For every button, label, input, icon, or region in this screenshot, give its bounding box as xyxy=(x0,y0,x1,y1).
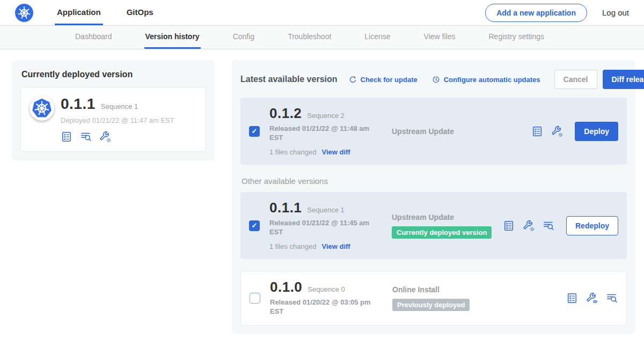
logout-link[interactable]: Log out xyxy=(602,8,629,17)
version-history-panel: Latest available version Check for updat… xyxy=(232,60,635,334)
redeploy-button[interactable]: Redeploy xyxy=(566,216,618,235)
version-status: Upstream Update xyxy=(392,127,531,136)
preflight-checks-icon[interactable] xyxy=(61,131,72,143)
check-for-update-link[interactable]: Check for update xyxy=(348,75,418,84)
configure-updates-label: Configure automatic updates xyxy=(444,76,540,84)
released-timestamp: Released 01/21/22 @ 11:45 amEST xyxy=(269,219,392,237)
version-source-label: Online Install xyxy=(392,285,561,294)
version-source-label: Upstream Update xyxy=(392,127,526,136)
add-application-button[interactable]: Add a new application xyxy=(485,4,587,22)
diff-releases-button[interactable]: Diff releases xyxy=(603,70,644,89)
tab-gitops-label: GitOps xyxy=(127,8,153,17)
check-update-icon xyxy=(348,75,357,84)
subnav-label: Version history xyxy=(145,32,200,41)
version-info: 0.1.2 Sequence 2 Released 01/21/22 @ 11:… xyxy=(269,106,392,156)
version-checkbox[interactable] xyxy=(250,293,260,304)
files-changed-label: 1 files changed xyxy=(269,242,316,250)
version-number: 0.1.0 xyxy=(270,280,302,294)
subnav-item-version-history[interactable]: Version history xyxy=(144,26,201,49)
released-timestamp: Released 01/20/22 @ 03:05 pmEST xyxy=(270,298,392,316)
version-row-0.1.2: ✓ 0.1.2 Sequence 2 Released 01/21/22 @ 1… xyxy=(240,98,627,165)
edit-config-icon[interactable] xyxy=(523,220,535,232)
version-info: 0.1.0 Sequence 0 Released 01/20/22 @ 03:… xyxy=(270,280,392,316)
check-icon: ✓ xyxy=(252,127,258,135)
deployed-version-card: 0.1.1 Sequence 1 Deployed 01/21/22 @ 11:… xyxy=(20,87,206,152)
version-status: Online Install Previously deployed xyxy=(392,285,566,311)
version-sequence: Sequence 0 xyxy=(308,285,345,293)
preflight-checks-icon[interactable] xyxy=(503,220,515,232)
version-number: 0.1.1 xyxy=(269,201,302,215)
subnav-item-config[interactable]: Config xyxy=(232,26,255,49)
kubernetes-logo-icon[interactable] xyxy=(15,4,33,22)
latest-version-title: Latest available version xyxy=(240,75,338,84)
version-number: 0.1.2 xyxy=(269,106,302,121)
top-nav: Application GitOps Add a new application… xyxy=(0,0,644,26)
version-source-label: Upstream Update xyxy=(392,213,497,221)
subnav-item-dashboard[interactable]: Dashboard xyxy=(74,26,113,49)
version-checkbox[interactable]: ✓ xyxy=(249,220,260,231)
view-logs-icon[interactable] xyxy=(80,131,92,143)
version-checkbox[interactable]: ✓ xyxy=(249,126,260,137)
view-logs-icon[interactable] xyxy=(606,292,618,304)
tab-application[interactable]: Application xyxy=(55,0,103,25)
deployed-sequence: Sequence 1 xyxy=(101,102,138,110)
currently-deployed-panel: Currently deployed version 0.1.1 Sequenc… xyxy=(12,60,215,160)
version-status: Upstream Update Currently deployed versi… xyxy=(392,213,503,239)
version-actions: Deploy xyxy=(531,122,618,141)
released-timestamp: Released 01/21/22 @ 11:48 amEST xyxy=(269,124,392,143)
app-logo xyxy=(30,96,54,121)
kubernetes-app-icon xyxy=(31,98,53,119)
subnav-label: Config xyxy=(233,32,254,41)
view-logs-icon[interactable] xyxy=(543,220,554,232)
deployed-version-number: 0.1.1 xyxy=(61,96,96,112)
app-subnav: Dashboard Version history Config Trouble… xyxy=(0,26,644,49)
subnav-label: Registry settings xyxy=(488,32,544,41)
view-config-icon[interactable] xyxy=(586,292,598,304)
view-diff-link[interactable]: View diff xyxy=(321,242,350,250)
deploy-button[interactable]: Deploy xyxy=(575,122,618,141)
version-sequence: Sequence 2 xyxy=(307,112,344,120)
preflight-checks-icon[interactable] xyxy=(566,292,578,304)
version-sequence: Sequence 1 xyxy=(307,206,344,214)
check-for-update-label: Check for update xyxy=(361,76,418,84)
edit-config-icon[interactable] xyxy=(551,125,563,137)
version-row-0.1.1: ✓ 0.1.1 Sequence 1 Released 01/21/22 @ 1… xyxy=(240,192,627,259)
subnav-item-view-files[interactable]: View files xyxy=(423,26,457,49)
view-diff-link[interactable]: View diff xyxy=(321,148,350,156)
version-actions: Redeploy xyxy=(503,216,618,235)
version-row-0.1.0: 0.1.0 Sequence 0 Released 01/20/22 @ 03:… xyxy=(240,271,627,326)
subnav-label: License xyxy=(364,32,390,41)
auto-update-icon xyxy=(431,75,441,84)
latest-version-header: Latest available version Check for updat… xyxy=(240,70,627,89)
subnav-item-registry-settings[interactable]: Registry settings xyxy=(487,26,545,49)
top-nav-tabs: Application GitOps xyxy=(55,0,156,25)
deployed-timestamp: Deployed 01/21/22 @ 11:47 am EST xyxy=(61,116,174,124)
currently-deployed-title: Currently deployed version xyxy=(21,70,206,79)
currently-deployed-badge: Currently deployed version xyxy=(392,226,492,239)
subnav-item-license[interactable]: License xyxy=(363,26,391,49)
top-nav-right: Add a new application Log out xyxy=(485,0,629,25)
version-info: 0.1.1 Sequence 1 Released 01/21/22 @ 11:… xyxy=(269,201,392,250)
tab-application-label: Application xyxy=(57,8,101,17)
check-icon: ✓ xyxy=(252,221,258,230)
edit-config-icon[interactable] xyxy=(99,131,111,143)
cancel-button[interactable]: Cancel xyxy=(554,70,597,89)
subnav-label: Troubleshoot xyxy=(288,32,331,41)
subnav-label: Dashboard xyxy=(75,32,112,41)
main-content: Currently deployed version 0.1.1 Sequenc… xyxy=(0,49,644,334)
configure-updates-link[interactable]: Configure automatic updates xyxy=(431,75,540,84)
subnav-item-troubleshoot[interactable]: Troubleshoot xyxy=(287,26,332,49)
previously-deployed-badge: Previously deployed xyxy=(392,299,470,311)
subnav-label: View files xyxy=(424,32,456,41)
tab-gitops[interactable]: GitOps xyxy=(125,0,156,25)
preflight-checks-icon[interactable] xyxy=(531,125,543,137)
version-actions xyxy=(566,292,618,304)
deployed-version-details: 0.1.1 Sequence 1 Deployed 01/21/22 @ 11:… xyxy=(61,96,174,143)
other-versions-label: Other available versions xyxy=(241,176,627,186)
files-changed-label: 1 files changed xyxy=(269,148,316,156)
